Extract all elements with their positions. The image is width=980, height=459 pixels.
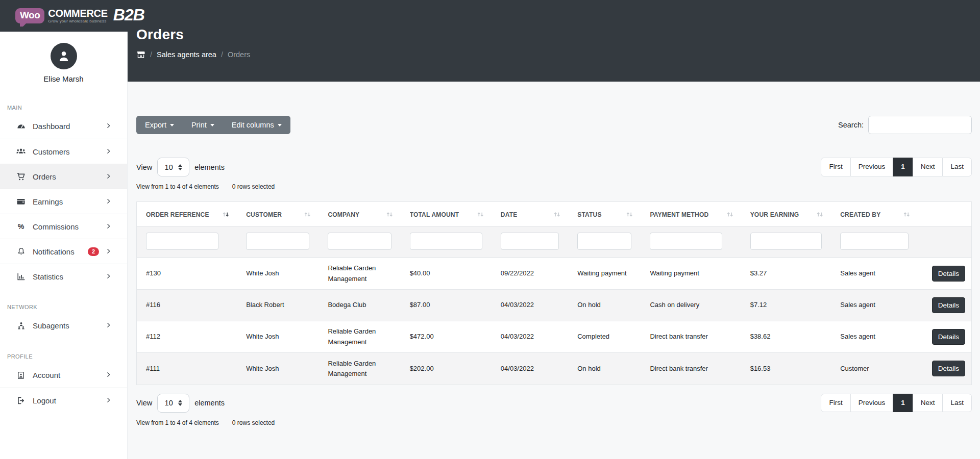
sidebar-item-label: Account <box>33 371 60 379</box>
page-length-select[interactable]: 10 <box>157 158 189 176</box>
column-header-customer[interactable]: CUSTOMER <box>237 202 318 226</box>
breadcrumb: / Sales agents area / Orders <box>136 50 250 59</box>
pager-next[interactable]: Next <box>913 158 943 176</box>
sidebar-item-orders[interactable]: Orders <box>0 164 127 189</box>
column-header-your-earning[interactable]: YOUR EARNING <box>741 202 831 226</box>
sidebar-item-notifications[interactable]: Notifications 2 <box>0 239 127 264</box>
order-cell: Customer <box>831 353 918 385</box>
sidebar-item-label: Earnings <box>33 197 63 206</box>
filter-input-company[interactable] <box>328 233 391 250</box>
pager-last[interactable]: Last <box>942 394 972 412</box>
table-info-summary: View from 1 to 4 of 4 elements <box>136 419 219 426</box>
sidebar-item-commissions[interactable]: % Commissions <box>0 214 127 239</box>
sort-icon <box>726 211 734 218</box>
pager-previous[interactable]: Previous <box>850 394 894 412</box>
pagination-bottom: First Previous 1 Next Last <box>821 394 972 412</box>
order-cell: 04/03/2022 <box>492 353 568 385</box>
column-header-created-by[interactable]: CREATED BY <box>831 202 918 226</box>
column-header-total-amount[interactable]: TOTAL AMOUNT <box>401 202 492 226</box>
order-cell: On hold <box>568 353 641 385</box>
export-button[interactable]: Export <box>136 116 183 134</box>
details-button[interactable]: Details <box>932 361 965 376</box>
sort-icon <box>222 211 230 218</box>
order-cell: Sales agent <box>831 321 918 353</box>
page-length-select-bottom[interactable]: 10 <box>157 394 189 413</box>
gauge-icon <box>16 121 26 132</box>
filter-input-total-amount[interactable] <box>410 233 482 250</box>
column-header-company[interactable]: COMPANY <box>318 202 400 226</box>
details-button[interactable]: Details <box>932 266 965 282</box>
pager-first[interactable]: First <box>821 158 850 176</box>
stepper-arrows-icon <box>178 400 182 406</box>
order-cell: $87.00 <box>401 290 492 321</box>
sidebar: Elise Marsh MAIN Dashboard Customers Ord… <box>0 32 128 459</box>
filter-input-date[interactable] <box>501 233 559 250</box>
order-row-130: #130White JoshReliable Garden Management… <box>137 258 971 290</box>
sidebar-section-network: NETWORK <box>0 304 127 310</box>
chevron-right-icon <box>105 147 112 156</box>
order-cell: 04/03/2022 <box>492 290 568 321</box>
sidebar-item-dashboard[interactable]: Dashboard <box>0 114 127 139</box>
sidebar-item-logout[interactable]: Logout <box>0 388 127 413</box>
pager-last[interactable]: Last <box>942 158 972 176</box>
store-icon[interactable] <box>136 50 145 59</box>
column-label: STATUS <box>577 211 601 218</box>
sort-icon <box>816 211 824 218</box>
sidebar-section-main: MAIN <box>0 105 127 111</box>
woo-logo-bubble: Woo <box>15 8 44 23</box>
column-label: CUSTOMER <box>246 211 282 218</box>
column-header-status[interactable]: STATUS <box>568 202 641 226</box>
sidebar-item-customers[interactable]: Customers <box>0 139 127 164</box>
main-content: Export Print Edit columns Search: View 1… <box>128 82 980 459</box>
order-cell: Waiting payment <box>641 258 741 290</box>
sidebar-item-label: Commissions <box>33 222 79 231</box>
column-header-order-reference[interactable]: ORDER REFERENCE <box>137 202 237 226</box>
sidebar-item-label: Dashboard <box>33 122 70 131</box>
chevron-right-icon <box>105 122 112 131</box>
pager-page-1[interactable]: 1 <box>893 158 913 176</box>
order-cell: Reliable Garden Management <box>318 353 400 385</box>
filter-input-order-reference[interactable] <box>146 233 218 250</box>
search-input[interactable] <box>868 116 972 134</box>
brand-tagline: Grow your wholesale business <box>48 19 108 23</box>
order-cell: On hold <box>568 290 641 321</box>
filter-input-customer[interactable] <box>246 233 309 250</box>
edit-columns-button[interactable]: Edit columns <box>223 116 290 134</box>
filter-input-your-earning[interactable] <box>750 233 822 250</box>
sidebar-item-subagents[interactable]: Subagents <box>0 313 127 338</box>
order-row-116: #116Black RobertBodega Club$87.0004/03/2… <box>137 290 971 321</box>
details-button[interactable]: Details <box>932 329 965 345</box>
wallet-icon <box>16 196 26 207</box>
breadcrumb-current: Orders <box>228 50 250 59</box>
b2b-wordmark: B2B <box>113 6 144 24</box>
sidebar-item-account[interactable]: Account <box>0 363 127 388</box>
filter-input-payment-method[interactable] <box>650 233 722 250</box>
column-header-payment-method[interactable]: PAYMENT METHOD <box>641 202 741 226</box>
pager-previous[interactable]: Previous <box>850 158 894 176</box>
table-info-bottom: View from 1 to 4 of 4 elements 0 rows se… <box>136 419 972 426</box>
order-cell: $40.00 <box>401 258 492 290</box>
order-cell: Direct bank transfer <box>641 321 741 353</box>
sidebar-item-statistics[interactable]: Statistics <box>0 264 127 289</box>
pager-first[interactable]: First <box>821 394 850 412</box>
order-cell: Completed <box>568 321 641 353</box>
sort-icon <box>386 211 394 218</box>
print-button[interactable]: Print <box>183 116 223 134</box>
column-header-date[interactable]: DATE <box>492 202 568 226</box>
pager-next[interactable]: Next <box>913 394 943 412</box>
sidebar-item-earnings[interactable]: Earnings <box>0 189 127 214</box>
filter-input-status[interactable] <box>577 233 631 250</box>
rows-selected: 0 rows selected <box>232 419 275 426</box>
table-info: View from 1 to 4 of 4 elements 0 rows se… <box>136 183 972 190</box>
chevron-right-icon <box>105 272 112 281</box>
filter-input-created-by[interactable] <box>840 233 909 250</box>
users-icon <box>16 146 26 157</box>
order-cell: $202.00 <box>401 353 492 385</box>
search-label: Search: <box>838 121 864 129</box>
details-button[interactable]: Details <box>932 297 965 313</box>
breadcrumb-sales-agents-area[interactable]: Sales agents area <box>157 50 216 59</box>
pager-page-1[interactable]: 1 <box>893 394 913 412</box>
caret-down-icon <box>278 124 282 126</box>
order-cell: Sales agent <box>831 290 918 321</box>
order-cell: Sales agent <box>831 258 918 290</box>
